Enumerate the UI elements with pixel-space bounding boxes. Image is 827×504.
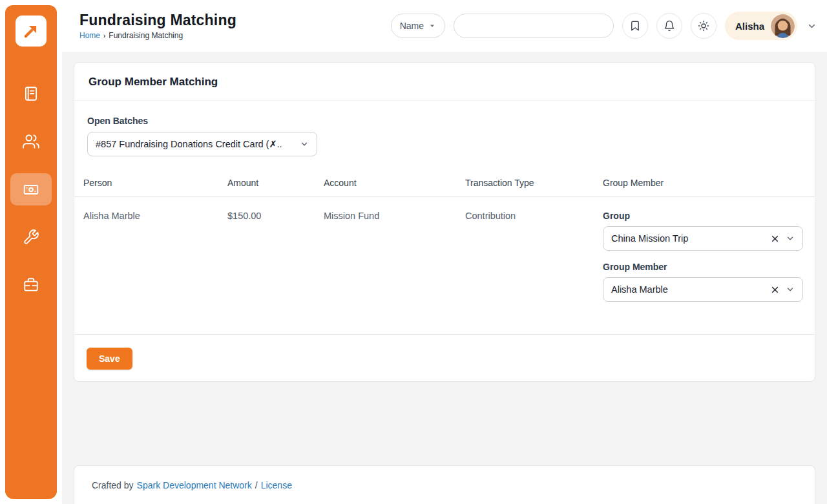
open-batches-select[interactable]: #857 Fundraising Donations Credit Card (… bbox=[87, 132, 317, 156]
wrench-icon bbox=[23, 229, 39, 246]
sidebar bbox=[5, 5, 57, 499]
spacer bbox=[603, 251, 803, 262]
group-member-matching-panel: Group Member Matching Open Batches #857 … bbox=[74, 62, 815, 382]
briefcase-icon bbox=[23, 277, 39, 293]
spark-development-network-link[interactable]: Spark Development Network bbox=[137, 480, 252, 490]
license-link[interactable]: License bbox=[261, 480, 292, 490]
save-button[interactable]: Save bbox=[87, 348, 132, 370]
notifications-button[interactable] bbox=[656, 13, 682, 39]
bookmark-button[interactable] bbox=[622, 13, 648, 39]
sidebar-item-finance[interactable] bbox=[10, 173, 52, 205]
content-area: Group Member Matching Open Batches #857 … bbox=[62, 52, 827, 504]
sidebar-item-journal[interactable] bbox=[10, 78, 52, 110]
cell-account: Mission Fund bbox=[324, 211, 465, 302]
open-batches-label: Open Batches bbox=[87, 116, 802, 126]
chevron-down-icon bbox=[300, 140, 309, 149]
cash-icon bbox=[23, 181, 39, 198]
sidebar-item-tools[interactable] bbox=[10, 221, 52, 253]
column-header-person: Person bbox=[83, 178, 227, 188]
group-label: Group bbox=[603, 211, 803, 221]
group-clear-icon[interactable] bbox=[771, 235, 779, 243]
open-batches-value: #857 Fundraising Donations Credit Card (… bbox=[96, 139, 300, 149]
table-header-row: Person Amount Account Transaction Type G… bbox=[74, 178, 815, 197]
panel-actions: Save bbox=[74, 335, 815, 381]
column-header-group-member: Group Member bbox=[603, 178, 803, 188]
x-icon bbox=[771, 286, 779, 294]
breadcrumb-separator: › bbox=[103, 32, 105, 39]
column-header-amount: Amount bbox=[227, 178, 324, 188]
breadcrumb-home-link[interactable]: Home bbox=[79, 31, 100, 40]
chevron-down-icon bbox=[807, 21, 817, 31]
group-member-clear-icon[interactable] bbox=[771, 286, 779, 294]
cell-group-member: Group China Mission Trip bbox=[603, 211, 803, 302]
sidebar-item-people[interactable] bbox=[10, 125, 52, 158]
group-member-label: Group Member bbox=[603, 262, 803, 272]
footer: Crafted by Spark Development Network / L… bbox=[74, 465, 815, 504]
bookmark-icon bbox=[629, 20, 641, 32]
avatar-photo bbox=[771, 14, 795, 38]
search-filter-label: Name bbox=[400, 21, 424, 31]
user-menu[interactable]: Alisha bbox=[725, 12, 797, 40]
sidebar-nav bbox=[10, 78, 52, 301]
open-batches-field: Open Batches #857 Fundraising Donations … bbox=[74, 101, 815, 156]
theme-button[interactable] bbox=[691, 13, 717, 39]
search-filter-dropdown[interactable]: Name bbox=[391, 14, 445, 38]
topbar-actions: Name bbox=[391, 12, 817, 40]
rock-logo[interactable] bbox=[16, 16, 47, 47]
panel-title: Group Member Matching bbox=[74, 63, 815, 101]
sun-icon bbox=[698, 20, 709, 32]
main-column: Fundraising Matching Home › Fundraising … bbox=[62, 0, 827, 504]
cell-person: Alisha Marble bbox=[83, 211, 227, 302]
people-icon bbox=[23, 133, 39, 150]
column-header-account: Account bbox=[324, 178, 465, 188]
caret-down-icon bbox=[428, 22, 436, 30]
user-name: Alisha bbox=[735, 21, 764, 32]
group-select-value: China Mission Trip bbox=[611, 233, 766, 244]
journal-icon bbox=[23, 85, 39, 102]
breadcrumb-current: Fundraising Matching bbox=[109, 31, 183, 40]
title-block: Fundraising Matching Home › Fundraising … bbox=[79, 12, 236, 40]
x-icon bbox=[771, 235, 779, 243]
breadcrumb: Home › Fundraising Matching bbox=[79, 31, 236, 40]
user-avatar bbox=[771, 14, 795, 38]
footer-separator: / bbox=[255, 480, 258, 490]
search-input[interactable] bbox=[454, 14, 614, 38]
footer-crafted-by: Crafted by bbox=[92, 480, 134, 490]
cell-amount: $150.00 bbox=[227, 211, 324, 302]
topbar: Fundraising Matching Home › Fundraising … bbox=[62, 0, 827, 52]
app-root: Fundraising Matching Home › Fundraising … bbox=[0, 0, 827, 504]
chevron-down-icon bbox=[786, 285, 795, 294]
table-row: Alisha Marble $150.00 Mission Fund Contr… bbox=[74, 197, 815, 335]
sidebar-item-toolbox[interactable] bbox=[10, 269, 52, 301]
group-member-select-value: Alisha Marble bbox=[611, 284, 766, 295]
page-title: Fundraising Matching bbox=[79, 12, 236, 29]
sidebar-column bbox=[0, 0, 62, 504]
chevron-down-icon bbox=[786, 234, 795, 243]
group-select[interactable]: China Mission Trip bbox=[603, 226, 803, 251]
cell-transaction-type: Contribution bbox=[465, 211, 603, 302]
group-member-select[interactable]: Alisha Marble bbox=[603, 277, 803, 302]
column-header-transaction-type: Transaction Type bbox=[465, 178, 603, 188]
rock-arrow-logo-icon bbox=[21, 21, 41, 41]
user-menu-chevron[interactable] bbox=[807, 21, 817, 31]
bell-icon bbox=[664, 20, 675, 32]
